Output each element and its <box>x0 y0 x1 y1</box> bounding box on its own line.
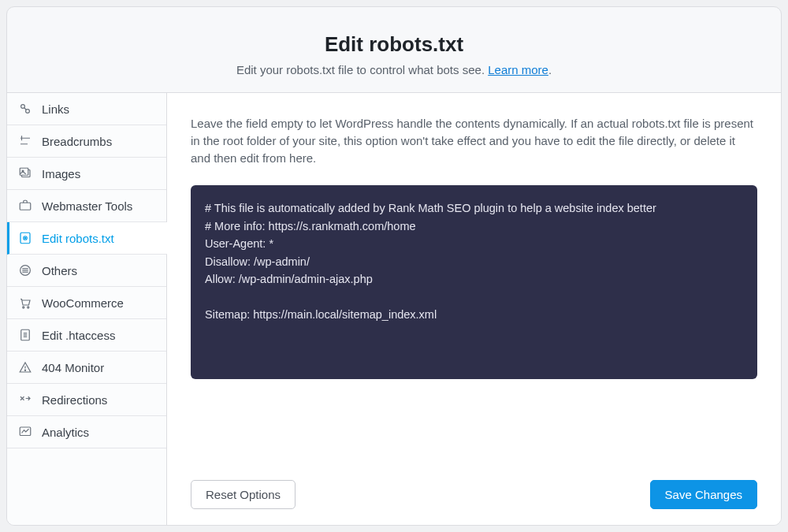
htaccess-icon <box>18 328 32 342</box>
settings-panel: Edit robots.txt Edit your robots.txt fil… <box>6 6 782 526</box>
sidebar-item-label: Redirections <box>42 393 107 407</box>
sidebar-item-label: 404 Monitor <box>42 361 104 374</box>
robots-icon <box>18 231 32 245</box>
monitor-icon <box>18 360 32 374</box>
subtitle-text: Edit your robots.txt file to control wha… <box>236 63 488 76</box>
content-area: Leave the field empty to let WordPress h… <box>167 93 781 466</box>
sidebar-item-breadcrumbs[interactable]: Breadcrumbs <box>7 125 166 158</box>
panel-footer: Reset Options Save Changes <box>167 466 781 525</box>
webmaster-icon <box>18 199 32 213</box>
sidebar-item-404[interactable]: 404 Monitor <box>7 352 166 384</box>
sidebar-item-label: Analytics <box>42 426 89 439</box>
woocommerce-icon <box>18 296 32 310</box>
field-description: Leave the field empty to let WordPress h… <box>191 115 757 166</box>
sidebar-item-woocommerce[interactable]: WooCommerce <box>7 287 166 319</box>
svg-point-17 <box>23 307 24 308</box>
sidebar-item-label: Webmaster Tools <box>42 199 132 213</box>
sidebar-item-others[interactable]: Others <box>7 255 166 287</box>
page-title: Edit robots.txt <box>23 32 765 57</box>
sidebar-item-label: WooCommerce <box>42 296 124 310</box>
svg-line-2 <box>24 108 27 110</box>
subtitle-period: . <box>548 63 552 76</box>
robots-editor[interactable]: # This file is automatically added by Ra… <box>191 185 757 378</box>
links-icon <box>18 102 32 116</box>
images-icon <box>18 166 32 180</box>
sidebar-item-images[interactable]: Images <box>7 158 166 190</box>
svg-point-1 <box>26 110 30 113</box>
sidebar-item-label: Edit .htaccess <box>42 329 115 342</box>
others-icon <box>18 263 32 277</box>
reset-button[interactable]: Reset Options <box>191 480 296 509</box>
sidebar-item-label: Others <box>42 264 77 277</box>
sidebar-item-links[interactable]: Links <box>7 93 166 125</box>
sidebar-item-webmaster[interactable]: Webmaster Tools <box>7 190 166 222</box>
page-subtitle: Edit your robots.txt file to control wha… <box>23 63 765 76</box>
sidebar: Links Breadcrumbs Images Webmaster Tools <box>7 92 167 525</box>
svg-point-18 <box>28 307 29 308</box>
svg-point-24 <box>24 370 25 370</box>
panel-body: Links Breadcrumbs Images Webmaster Tools <box>7 92 781 525</box>
sidebar-item-robots[interactable]: Edit robots.txt <box>7 222 167 255</box>
sidebar-item-htaccess[interactable]: Edit .htaccess <box>7 319 166 352</box>
sidebar-item-label: Edit robots.txt <box>42 232 114 245</box>
sidebar-item-redirections[interactable]: Redirections <box>7 384 166 416</box>
save-button[interactable]: Save Changes <box>650 480 757 509</box>
breadcrumbs-icon <box>18 134 32 148</box>
main-content: Leave the field empty to let WordPress h… <box>167 92 781 525</box>
sidebar-item-label: Images <box>42 167 80 180</box>
svg-rect-9 <box>20 203 31 210</box>
svg-point-0 <box>21 105 25 109</box>
sidebar-item-label: Breadcrumbs <box>42 135 112 148</box>
panel-header: Edit robots.txt Edit your robots.txt fil… <box>7 7 781 92</box>
analytics-icon <box>18 425 32 439</box>
svg-rect-7 <box>20 168 28 175</box>
svg-point-12 <box>24 237 25 238</box>
sidebar-item-analytics[interactable]: Analytics <box>7 416 166 448</box>
sidebar-item-label: Links <box>42 102 69 116</box>
learn-more-link[interactable]: Learn more <box>488 63 548 76</box>
redirections-icon <box>18 392 32 407</box>
